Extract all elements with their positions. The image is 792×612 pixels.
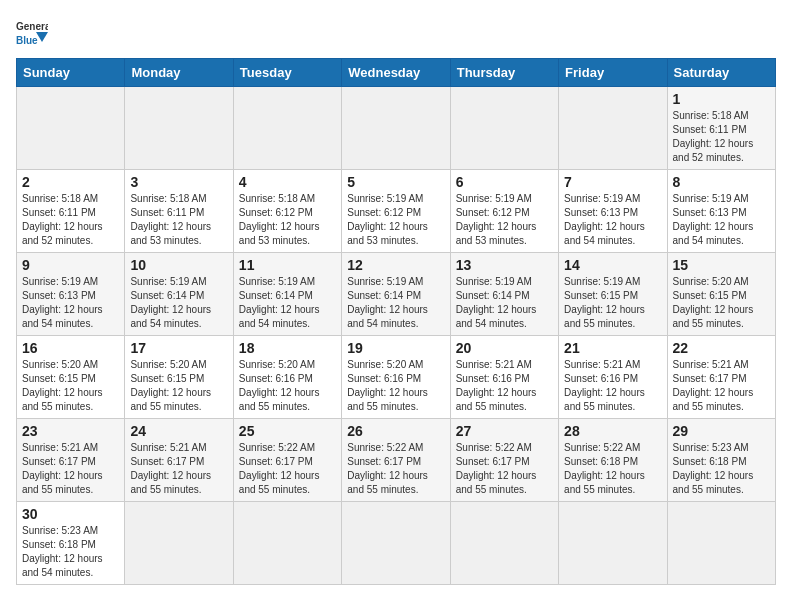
day-info: Sunrise: 5:23 AM Sunset: 6:18 PM Dayligh… bbox=[22, 524, 119, 580]
weekday-header-thursday: Thursday bbox=[450, 59, 558, 87]
day-info: Sunrise: 5:21 AM Sunset: 6:17 PM Dayligh… bbox=[673, 358, 770, 414]
logo: General Blue bbox=[16, 16, 48, 48]
day-info: Sunrise: 5:19 AM Sunset: 6:12 PM Dayligh… bbox=[347, 192, 444, 248]
weekday-header-row: SundayMondayTuesdayWednesdayThursdayFrid… bbox=[17, 59, 776, 87]
day-info: Sunrise: 5:22 AM Sunset: 6:17 PM Dayligh… bbox=[456, 441, 553, 497]
weekday-header-wednesday: Wednesday bbox=[342, 59, 450, 87]
calendar-cell: 9Sunrise: 5:19 AM Sunset: 6:13 PM Daylig… bbox=[17, 253, 125, 336]
calendar-week-5: 30Sunrise: 5:23 AM Sunset: 6:18 PM Dayli… bbox=[17, 502, 776, 585]
weekday-header-tuesday: Tuesday bbox=[233, 59, 341, 87]
calendar-cell: 3Sunrise: 5:18 AM Sunset: 6:11 PM Daylig… bbox=[125, 170, 233, 253]
day-number: 2 bbox=[22, 174, 119, 190]
day-number: 6 bbox=[456, 174, 553, 190]
day-number: 3 bbox=[130, 174, 227, 190]
day-info: Sunrise: 5:19 AM Sunset: 6:13 PM Dayligh… bbox=[22, 275, 119, 331]
calendar-cell: 19Sunrise: 5:20 AM Sunset: 6:16 PM Dayli… bbox=[342, 336, 450, 419]
weekday-header-friday: Friday bbox=[559, 59, 667, 87]
svg-text:Blue: Blue bbox=[16, 35, 38, 46]
day-number: 13 bbox=[456, 257, 553, 273]
calendar-cell: 17Sunrise: 5:20 AM Sunset: 6:15 PM Dayli… bbox=[125, 336, 233, 419]
calendar-cell: 4Sunrise: 5:18 AM Sunset: 6:12 PM Daylig… bbox=[233, 170, 341, 253]
calendar-cell: 24Sunrise: 5:21 AM Sunset: 6:17 PM Dayli… bbox=[125, 419, 233, 502]
calendar-cell: 8Sunrise: 5:19 AM Sunset: 6:13 PM Daylig… bbox=[667, 170, 775, 253]
day-number: 22 bbox=[673, 340, 770, 356]
logo-svg: General Blue bbox=[16, 16, 48, 48]
calendar-cell bbox=[667, 502, 775, 585]
calendar-week-4: 23Sunrise: 5:21 AM Sunset: 6:17 PM Dayli… bbox=[17, 419, 776, 502]
calendar-cell: 14Sunrise: 5:19 AM Sunset: 6:15 PM Dayli… bbox=[559, 253, 667, 336]
calendar-cell: 28Sunrise: 5:22 AM Sunset: 6:18 PM Dayli… bbox=[559, 419, 667, 502]
calendar-week-2: 9Sunrise: 5:19 AM Sunset: 6:13 PM Daylig… bbox=[17, 253, 776, 336]
day-info: Sunrise: 5:20 AM Sunset: 6:15 PM Dayligh… bbox=[22, 358, 119, 414]
calendar-cell: 23Sunrise: 5:21 AM Sunset: 6:17 PM Dayli… bbox=[17, 419, 125, 502]
calendar-body: 1Sunrise: 5:18 AM Sunset: 6:11 PM Daylig… bbox=[17, 87, 776, 585]
day-info: Sunrise: 5:18 AM Sunset: 6:11 PM Dayligh… bbox=[22, 192, 119, 248]
calendar-cell: 22Sunrise: 5:21 AM Sunset: 6:17 PM Dayli… bbox=[667, 336, 775, 419]
calendar-cell: 30Sunrise: 5:23 AM Sunset: 6:18 PM Dayli… bbox=[17, 502, 125, 585]
calendar-cell bbox=[559, 87, 667, 170]
day-number: 25 bbox=[239, 423, 336, 439]
day-number: 4 bbox=[239, 174, 336, 190]
day-number: 18 bbox=[239, 340, 336, 356]
calendar-cell: 27Sunrise: 5:22 AM Sunset: 6:17 PM Dayli… bbox=[450, 419, 558, 502]
calendar-week-3: 16Sunrise: 5:20 AM Sunset: 6:15 PM Dayli… bbox=[17, 336, 776, 419]
calendar-cell: 25Sunrise: 5:22 AM Sunset: 6:17 PM Dayli… bbox=[233, 419, 341, 502]
day-number: 5 bbox=[347, 174, 444, 190]
calendar-cell bbox=[233, 502, 341, 585]
calendar-cell: 7Sunrise: 5:19 AM Sunset: 6:13 PM Daylig… bbox=[559, 170, 667, 253]
calendar-cell: 20Sunrise: 5:21 AM Sunset: 6:16 PM Dayli… bbox=[450, 336, 558, 419]
day-number: 7 bbox=[564, 174, 661, 190]
calendar: SundayMondayTuesdayWednesdayThursdayFrid… bbox=[16, 58, 776, 585]
day-info: Sunrise: 5:22 AM Sunset: 6:18 PM Dayligh… bbox=[564, 441, 661, 497]
calendar-cell: 21Sunrise: 5:21 AM Sunset: 6:16 PM Dayli… bbox=[559, 336, 667, 419]
day-info: Sunrise: 5:18 AM Sunset: 6:11 PM Dayligh… bbox=[130, 192, 227, 248]
day-number: 28 bbox=[564, 423, 661, 439]
calendar-cell: 18Sunrise: 5:20 AM Sunset: 6:16 PM Dayli… bbox=[233, 336, 341, 419]
calendar-cell: 16Sunrise: 5:20 AM Sunset: 6:15 PM Dayli… bbox=[17, 336, 125, 419]
day-number: 30 bbox=[22, 506, 119, 522]
calendar-cell: 13Sunrise: 5:19 AM Sunset: 6:14 PM Dayli… bbox=[450, 253, 558, 336]
calendar-cell: 5Sunrise: 5:19 AM Sunset: 6:12 PM Daylig… bbox=[342, 170, 450, 253]
calendar-cell bbox=[559, 502, 667, 585]
day-info: Sunrise: 5:23 AM Sunset: 6:18 PM Dayligh… bbox=[673, 441, 770, 497]
calendar-week-0: 1Sunrise: 5:18 AM Sunset: 6:11 PM Daylig… bbox=[17, 87, 776, 170]
weekday-header-saturday: Saturday bbox=[667, 59, 775, 87]
weekday-header-monday: Monday bbox=[125, 59, 233, 87]
day-info: Sunrise: 5:20 AM Sunset: 6:16 PM Dayligh… bbox=[347, 358, 444, 414]
day-number: 19 bbox=[347, 340, 444, 356]
day-number: 16 bbox=[22, 340, 119, 356]
day-number: 27 bbox=[456, 423, 553, 439]
day-info: Sunrise: 5:19 AM Sunset: 6:12 PM Dayligh… bbox=[456, 192, 553, 248]
calendar-cell bbox=[450, 87, 558, 170]
day-number: 20 bbox=[456, 340, 553, 356]
day-info: Sunrise: 5:19 AM Sunset: 6:14 PM Dayligh… bbox=[239, 275, 336, 331]
day-info: Sunrise: 5:19 AM Sunset: 6:13 PM Dayligh… bbox=[564, 192, 661, 248]
day-number: 21 bbox=[564, 340, 661, 356]
calendar-cell bbox=[342, 87, 450, 170]
header: General Blue bbox=[16, 16, 776, 48]
day-info: Sunrise: 5:19 AM Sunset: 6:14 PM Dayligh… bbox=[347, 275, 444, 331]
day-info: Sunrise: 5:21 AM Sunset: 6:16 PM Dayligh… bbox=[564, 358, 661, 414]
weekday-header-sunday: Sunday bbox=[17, 59, 125, 87]
day-info: Sunrise: 5:22 AM Sunset: 6:17 PM Dayligh… bbox=[239, 441, 336, 497]
day-info: Sunrise: 5:19 AM Sunset: 6:15 PM Dayligh… bbox=[564, 275, 661, 331]
calendar-cell: 6Sunrise: 5:19 AM Sunset: 6:12 PM Daylig… bbox=[450, 170, 558, 253]
calendar-cell: 12Sunrise: 5:19 AM Sunset: 6:14 PM Dayli… bbox=[342, 253, 450, 336]
calendar-cell: 11Sunrise: 5:19 AM Sunset: 6:14 PM Dayli… bbox=[233, 253, 341, 336]
calendar-cell: 10Sunrise: 5:19 AM Sunset: 6:14 PM Dayli… bbox=[125, 253, 233, 336]
day-number: 14 bbox=[564, 257, 661, 273]
calendar-cell bbox=[125, 87, 233, 170]
day-number: 24 bbox=[130, 423, 227, 439]
calendar-cell: 29Sunrise: 5:23 AM Sunset: 6:18 PM Dayli… bbox=[667, 419, 775, 502]
day-info: Sunrise: 5:18 AM Sunset: 6:12 PM Dayligh… bbox=[239, 192, 336, 248]
calendar-cell: 1Sunrise: 5:18 AM Sunset: 6:11 PM Daylig… bbox=[667, 87, 775, 170]
day-number: 23 bbox=[22, 423, 119, 439]
day-info: Sunrise: 5:19 AM Sunset: 6:13 PM Dayligh… bbox=[673, 192, 770, 248]
day-info: Sunrise: 5:21 AM Sunset: 6:16 PM Dayligh… bbox=[456, 358, 553, 414]
calendar-cell: 26Sunrise: 5:22 AM Sunset: 6:17 PM Dayli… bbox=[342, 419, 450, 502]
svg-text:General: General bbox=[16, 21, 48, 32]
calendar-week-1: 2Sunrise: 5:18 AM Sunset: 6:11 PM Daylig… bbox=[17, 170, 776, 253]
day-number: 26 bbox=[347, 423, 444, 439]
calendar-cell bbox=[342, 502, 450, 585]
calendar-cell bbox=[17, 87, 125, 170]
